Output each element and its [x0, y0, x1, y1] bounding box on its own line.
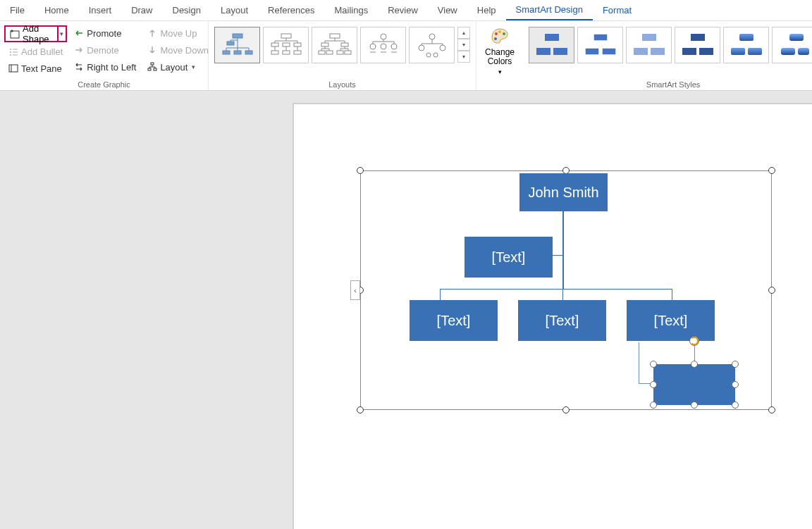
demote-button: Demote — [70, 42, 140, 58]
style-thumb-5[interactable] — [723, 27, 769, 63]
gallery-down-icon[interactable]: ▾ — [457, 39, 470, 51]
right-to-left-button[interactable]: Right to Left — [70, 59, 140, 75]
change-colors-button[interactable]: Change Colors ▾ — [476, 21, 523, 90]
resize-handle-se[interactable] — [768, 406, 775, 413]
org-node-child2[interactable]: [Text] — [518, 300, 606, 341]
resize-handle-ne[interactable] — [768, 167, 775, 174]
svg-rect-58 — [691, 34, 705, 41]
shape-handle-e[interactable] — [732, 381, 739, 388]
tab-smartart-design[interactable]: SmartArt Design — [506, 0, 593, 20]
tab-draw[interactable]: Draw — [121, 1, 162, 20]
rotate-stem — [694, 346, 695, 361]
svg-rect-49 — [545, 34, 559, 41]
layout-thumb-2[interactable] — [263, 27, 309, 63]
svg-rect-52 — [593, 34, 608, 41]
gallery-up-icon[interactable]: ▴ — [457, 27, 470, 39]
shape-handle-s[interactable] — [691, 402, 698, 409]
resize-handle-s[interactable] — [562, 406, 570, 413]
shape-handle-ne[interactable] — [732, 361, 739, 368]
ribbon-tabs: File Home Insert Draw Design Layout Refe… — [0, 0, 812, 21]
svg-rect-65 — [781, 48, 795, 55]
shape-handle-w[interactable] — [650, 381, 657, 388]
add-bullet-button: Add Bullet — [4, 44, 67, 59]
move-down-button: Move Down — [143, 42, 213, 58]
style-thumb-6[interactable] — [772, 27, 812, 63]
group-title-smartart-styles: SmartArt Styles — [523, 79, 812, 90]
org-node-text: [Text] — [437, 313, 471, 329]
svg-rect-56 — [634, 48, 648, 55]
layout-thumb-3[interactable] — [312, 27, 357, 63]
resize-handle-e[interactable] — [768, 287, 775, 294]
tab-insert[interactable]: Insert — [79, 1, 122, 20]
org-node-text: [Text] — [492, 249, 526, 266]
svg-rect-15 — [227, 42, 234, 45]
shape-handle-se[interactable] — [732, 402, 739, 409]
add-shape-button[interactable]: Add Shape ▾ — [4, 25, 67, 42]
shape-handle-n[interactable] — [691, 361, 698, 368]
resize-handle-nw[interactable] — [357, 167, 364, 174]
svg-rect-60 — [699, 48, 713, 55]
style-thumb-4[interactable] — [675, 27, 720, 63]
svg-point-35 — [381, 44, 386, 49]
layout-thumb-5[interactable] — [409, 27, 455, 63]
svg-rect-24 — [283, 51, 290, 54]
layout-thumb-1[interactable] — [214, 27, 260, 63]
arrow-up-icon — [147, 28, 157, 38]
layout-button[interactable]: Layout ▾ — [143, 59, 213, 75]
ribbon: Add Shape ▾ Add Bullet Text Pane — [0, 21, 812, 91]
tab-help[interactable]: Help — [467, 1, 506, 20]
smartart-object[interactable]: ‹ John Smith [Text] [Text] [Text] — [360, 170, 772, 410]
add-shape-dropdown-icon[interactable]: ▾ — [57, 25, 68, 42]
tab-home[interactable]: Home — [35, 1, 79, 20]
text-pane-icon — [8, 63, 18, 73]
resize-handle-sw[interactable] — [357, 406, 364, 413]
tab-file[interactable]: File — [0, 1, 35, 20]
org-node-assistant[interactable]: [Text] — [465, 237, 553, 278]
shape-handle-sw[interactable] — [650, 402, 657, 409]
text-pane-button[interactable]: Text Pane — [4, 61, 67, 76]
change-colors-label-2: Colors — [488, 56, 512, 66]
svg-rect-28 — [341, 43, 348, 46]
promote-button[interactable]: Promote — [70, 25, 140, 41]
move-up-label: Move Up — [160, 28, 197, 39]
svg-rect-18 — [245, 51, 252, 54]
tab-review[interactable]: Review — [378, 1, 428, 20]
tab-format[interactable]: Format — [593, 1, 641, 20]
style-thumb-2[interactable] — [577, 27, 623, 63]
style-thumb-3[interactable] — [626, 27, 672, 63]
arrow-down-icon — [147, 45, 157, 55]
svg-rect-32 — [345, 51, 351, 54]
text-pane-toggle[interactable]: ‹ — [350, 280, 360, 300]
add-bullet-label: Add Bullet — [21, 46, 63, 57]
svg-rect-12 — [148, 68, 151, 70]
svg-rect-55 — [642, 34, 656, 41]
org-node-new-selected[interactable] — [653, 364, 735, 405]
svg-rect-63 — [748, 48, 762, 55]
svg-rect-25 — [294, 51, 301, 54]
org-node-child1[interactable]: [Text] — [410, 300, 498, 341]
move-down-label: Move Down — [160, 45, 209, 56]
tab-view[interactable]: View — [428, 1, 467, 20]
shape-handle-nw[interactable] — [650, 361, 657, 368]
org-node-root[interactable]: John Smith — [519, 173, 608, 211]
move-up-button: Move Up — [143, 25, 213, 41]
tab-design[interactable]: Design — [163, 1, 211, 20]
gallery-more-icon[interactable]: ▾ — [457, 51, 470, 63]
svg-point-33 — [381, 34, 386, 39]
svg-point-5 — [10, 51, 11, 53]
svg-point-3 — [10, 49, 11, 50]
tab-references[interactable]: References — [258, 1, 324, 20]
tab-layout[interactable]: Layout — [211, 1, 258, 20]
svg-rect-23 — [271, 51, 278, 54]
style-thumb-1[interactable] — [529, 27, 574, 63]
tab-mailings[interactable]: Mailings — [325, 1, 379, 20]
svg-rect-27 — [321, 43, 328, 46]
org-node-text: [Text] — [546, 313, 579, 329]
svg-rect-62 — [731, 48, 745, 55]
org-node-child3[interactable]: [Text] — [627, 300, 715, 341]
org-node-text: [Text] — [654, 313, 688, 329]
document-page[interactable]: ‹ John Smith [Text] [Text] [Text] — [293, 103, 812, 529]
layout-thumb-4[interactable] — [360, 27, 406, 63]
svg-rect-20 — [271, 43, 278, 46]
rotate-handle[interactable] — [689, 336, 699, 346]
